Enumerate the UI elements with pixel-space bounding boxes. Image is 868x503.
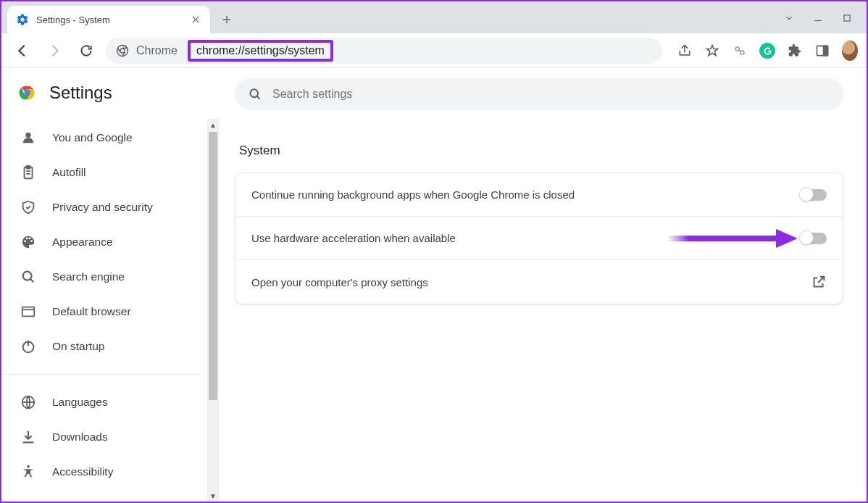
- svg-rect-14: [22, 307, 35, 317]
- url-highlight-box: chrome://settings/system: [188, 40, 333, 62]
- nav-label: Autofill: [52, 166, 86, 179]
- nav-divider: [1, 374, 199, 375]
- clipboard-icon: [20, 165, 36, 180]
- star-icon[interactable]: [704, 43, 720, 59]
- shield-icon: [20, 199, 36, 215]
- extensions-icon[interactable]: [787, 43, 803, 59]
- person-icon: [20, 130, 36, 146]
- sidebar-item-appearance[interactable]: Appearance: [1, 225, 199, 259]
- close-icon[interactable]: [190, 14, 201, 25]
- sidebar-item-on-startup[interactable]: On startup: [1, 329, 199, 364]
- nav-label: Downloads: [52, 431, 108, 444]
- sidebar-item-downloads[interactable]: Downloads: [1, 420, 199, 454]
- search-icon: [248, 87, 262, 101]
- extension-link-icon[interactable]: [732, 43, 748, 59]
- svg-point-17: [27, 465, 30, 468]
- sidebar-item-search-engine[interactable]: Search engine: [1, 259, 199, 294]
- chevron-down-icon[interactable]: [784, 13, 794, 23]
- sidebar-item-accessibility[interactable]: Accessibility: [1, 454, 199, 489]
- row-label: Use hardware acceleration when available: [251, 232, 801, 244]
- toggle-hardware-accel[interactable]: [801, 233, 827, 244]
- omnibox-label: Chrome: [136, 44, 178, 57]
- accessibility-icon: [20, 464, 36, 480]
- svg-rect-6: [824, 46, 828, 55]
- nav-label: On startup: [52, 340, 104, 353]
- setting-row-proxy[interactable]: Open your computer's proxy settings: [235, 260, 843, 304]
- settings-nav: You and Google Autofill Privacy and secu…: [1, 113, 219, 489]
- tab-title: Settings - System: [36, 14, 183, 25]
- share-icon[interactable]: [677, 43, 693, 59]
- sidepanel-icon[interactable]: [814, 43, 830, 59]
- section-title: System: [239, 144, 851, 158]
- scroll-up-icon[interactable]: ▲: [207, 119, 219, 130]
- window-titlebar: Settings - System: [1, 1, 867, 33]
- gear-icon: [16, 13, 29, 26]
- reload-button[interactable]: [74, 38, 99, 63]
- nav-label: Default browser: [52, 305, 131, 318]
- sidebar-item-autofill[interactable]: Autofill: [1, 155, 199, 190]
- window-controls: [784, 13, 867, 33]
- browser-toolbar: Chrome chrome://settings/system: [1, 33, 867, 68]
- forward-button[interactable]: [42, 38, 67, 63]
- svg-point-2: [120, 49, 125, 53]
- sidebar-item-languages[interactable]: Languages: [1, 385, 199, 420]
- nav-label: You and Google: [52, 131, 133, 144]
- nav-label: Privacy and security: [52, 201, 153, 214]
- search-input[interactable]: [272, 88, 830, 101]
- sidebar-item-privacy[interactable]: Privacy and security: [1, 190, 199, 225]
- maximize-icon[interactable]: [842, 13, 852, 23]
- profile-avatar[interactable]: [842, 43, 858, 59]
- settings-search[interactable]: [235, 78, 843, 110]
- download-icon: [20, 429, 36, 445]
- new-tab-button[interactable]: [216, 9, 238, 30]
- nav-label: Appearance: [52, 236, 113, 249]
- grammarly-extension-icon[interactable]: [759, 43, 775, 59]
- search-icon: [20, 269, 36, 285]
- system-settings-card: Continue running background apps when Go…: [235, 172, 843, 304]
- power-icon: [20, 338, 36, 354]
- browser-icon: [20, 304, 36, 320]
- nav-label: Languages: [52, 396, 108, 409]
- scroll-thumb[interactable]: [209, 132, 217, 400]
- toggle-background-apps[interactable]: [801, 189, 827, 201]
- browser-tab[interactable]: Settings - System: [7, 6, 210, 33]
- svg-point-10: [25, 133, 30, 138]
- settings-title: Settings: [49, 83, 112, 103]
- chrome-logo-icon: [17, 83, 38, 103]
- svg-rect-12: [26, 166, 30, 169]
- minimize-icon[interactable]: [813, 13, 823, 23]
- address-bar[interactable]: Chrome chrome://settings/system: [106, 38, 662, 64]
- external-link-icon: [811, 274, 827, 290]
- setting-row-hardware-accel: Use hardware acceleration when available: [235, 217, 843, 260]
- settings-sidebar: Settings You and Google Autofill Privacy…: [1, 68, 219, 502]
- settings-main: System Continue running background apps …: [219, 68, 867, 502]
- back-button[interactable]: [10, 38, 35, 63]
- palette-icon: [20, 234, 36, 250]
- row-label: Open your computer's proxy settings: [251, 276, 811, 288]
- svg-rect-0: [844, 15, 850, 21]
- chrome-page-icon: [116, 44, 129, 57]
- sidebar-item-default-browser[interactable]: Default browser: [1, 294, 199, 329]
- nav-label: Accessibility: [52, 465, 113, 478]
- setting-row-background-apps: Continue running background apps when Go…: [235, 173, 843, 217]
- sidebar-item-you-and-google[interactable]: You and Google: [1, 120, 199, 155]
- scroll-down-icon[interactable]: ▼: [207, 490, 219, 502]
- url-text: chrome://settings/system: [196, 44, 325, 57]
- globe-icon: [20, 394, 36, 410]
- sidebar-scrollbar[interactable]: ▲ ▼: [207, 119, 219, 502]
- row-label: Continue running background apps when Go…: [251, 188, 801, 201]
- nav-label: Search engine: [52, 270, 125, 283]
